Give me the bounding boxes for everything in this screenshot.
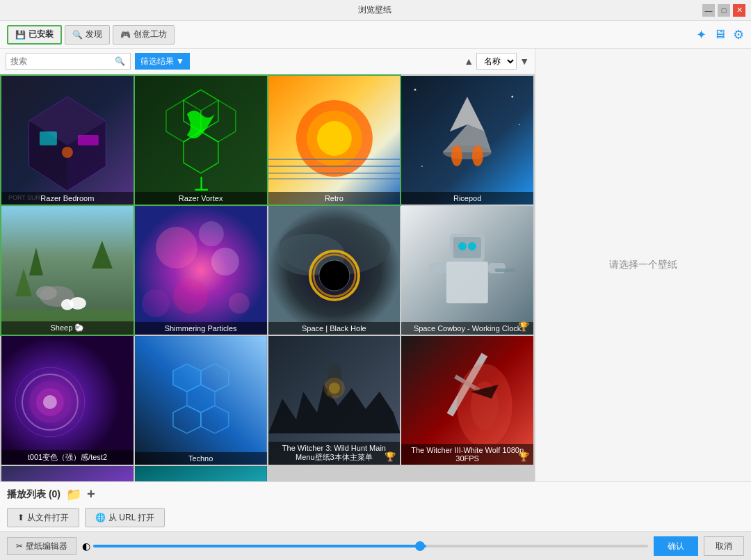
tab-workshop[interactable]: 🎮 创意工坊	[113, 25, 175, 45]
wallpaper-label: Space | Black Hole	[268, 322, 401, 335]
bottom-bar: 播放列表 (0) 📁 + ⬆ 从文件打开 🌐 从 URL 打开	[0, 481, 751, 531]
svg-point-38	[36, 286, 57, 300]
grid-container: PORT SURI Razer Bedroom	[0, 74, 535, 481]
wallpaper-item[interactable]: Sheep 🐑	[1, 206, 134, 335]
wallpaper-label: Space Cowboy - Working Clock	[401, 322, 533, 335]
svg-rect-91	[1, 466, 134, 481]
svg-rect-61	[446, 262, 488, 303]
wallpaper-item[interactable]: PORT SURI Razer Bedroom	[1, 76, 134, 205]
svg-point-59	[458, 242, 467, 250]
add-playlist-button[interactable]: +	[87, 486, 95, 502]
toolbar-right-icons: ✦ 🖥 ⚙	[696, 27, 744, 42]
search-bar: 🔍 筛选结果 ▼ ▲ 名称 日期 类型 ▼	[0, 49, 535, 74]
wallpaper-label: Techno	[135, 452, 267, 465]
svg-rect-64	[495, 269, 516, 272]
svg-rect-58	[453, 237, 481, 258]
wallpaper-item[interactable]: The Witcher III-White Wolf 1080p 30FPS 🏆	[401, 336, 533, 465]
wallpaper-label: Ricepod	[401, 192, 533, 205]
svg-point-69	[43, 395, 57, 409]
workshop-icon: 🎮	[120, 30, 131, 40]
wrench-icon[interactable]: ✦	[696, 27, 706, 42]
sort-select-wrap: ▲ 名称 日期 类型 ▼	[464, 53, 529, 70]
wallpaper-label: Retro	[268, 192, 401, 205]
wallpaper-item[interactable]	[1, 466, 134, 481]
open-url-label: 从 URL 打开	[108, 512, 154, 524]
wallpaper-label: The Witcher 3: Wild Hunt Main Menu壁纸3本体主…	[268, 442, 401, 465]
svg-point-7	[62, 147, 73, 158]
slider-dark-icon: ◐	[82, 541, 90, 552]
svg-point-27	[451, 145, 462, 166]
wallpaper-item[interactable]: Space Cowboy - Working Clock 🏆	[401, 206, 533, 335]
main-window: 浏览壁纸 — □ ✕ 💾 已安装 🔍 发现 🎮 创意工坊 ✦ 🖥 ⚙	[0, 0, 751, 560]
bottom-actions: ⬆ 从文件打开 🌐 从 URL 打开	[7, 508, 744, 527]
slider-thumb[interactable]	[415, 541, 425, 551]
sort-down-arrow[interactable]: ▼	[519, 56, 529, 67]
gear-icon[interactable]: ⚙	[733, 27, 744, 42]
monitor-icon[interactable]: 🖥	[713, 27, 726, 42]
wallpaper-item[interactable]: t001变色（强）感/test2	[1, 336, 134, 465]
wallpaper-label: Razer Bedroom	[1, 192, 134, 205]
wallpaper-grid: PORT SURI Razer Bedroom	[0, 74, 535, 481]
brightness-slider-track[interactable]	[93, 545, 648, 547]
wallpaper-item[interactable]: Techno	[135, 336, 267, 465]
tab-installed[interactable]: 💾 已安装	[7, 25, 62, 45]
left-panel: 🔍 筛选结果 ▼ ▲ 名称 日期 类型 ▼	[0, 49, 535, 481]
svg-point-44	[211, 248, 239, 275]
tab-discover[interactable]: 🔍 发现	[65, 25, 110, 45]
svg-point-82	[327, 364, 341, 378]
sort-up-arrow[interactable]: ▲	[464, 56, 474, 67]
wallpaper-item[interactable]: The Witcher 3: Wild Hunt Main Menu壁纸3本体主…	[268, 336, 401, 465]
maximize-button[interactable]: □	[718, 4, 730, 17]
svg-text:⟂: ⟂	[195, 172, 209, 195]
editor-button[interactable]: ✂ 壁纸编辑器	[7, 537, 76, 555]
main-content: 🔍 筛选结果 ▼ ▲ 名称 日期 类型 ▼	[0, 49, 751, 481]
tab-discover-label: 发现	[86, 29, 102, 40]
upload-icon: ⬆	[17, 513, 24, 522]
title-bar: 浏览壁纸 — □ ✕	[0, 0, 751, 21]
filter-button[interactable]: 筛选结果 ▼	[135, 53, 190, 70]
search-input-wrap[interactable]: 🔍	[6, 53, 131, 70]
globe-icon: 🌐	[95, 513, 106, 522]
svg-point-45	[173, 279, 208, 314]
trophy-icon: 🏆	[518, 321, 529, 332]
open-url-button[interactable]: 🌐 从 URL 打开	[85, 508, 165, 527]
svg-rect-62	[429, 263, 446, 273]
filter-icon: ▼	[176, 56, 184, 66]
playlist-label: 播放列表 (0)	[7, 488, 60, 501]
svg-point-47	[142, 289, 170, 317]
close-button[interactable]: ✕	[733, 4, 745, 17]
cancel-button[interactable]: 取消	[704, 536, 744, 556]
confirm-button[interactable]: 确认	[654, 536, 698, 556]
filter-label: 筛选结果	[140, 56, 174, 67]
open-file-button[interactable]: ⬆ 从文件打开	[7, 508, 79, 527]
wallpaper-label: Sheep 🐑	[1, 321, 134, 335]
sort-dropdown[interactable]: 名称 日期 类型	[476, 53, 517, 70]
wallpaper-item[interactable]: Shimmering Particles	[135, 206, 267, 335]
wallpaper-item[interactable]: Ricepod	[401, 76, 533, 205]
svg-rect-6	[78, 135, 99, 145]
tab-toolbar: 💾 已安装 🔍 发现 🎮 创意工坊 ✦ 🖥 ⚙	[0, 21, 751, 49]
wallpaper-item[interactable]: Retro	[268, 76, 401, 205]
scissors-icon: ✂	[16, 541, 23, 551]
svg-rect-92	[135, 466, 267, 481]
svg-point-84	[328, 383, 339, 394]
svg-point-48	[199, 221, 224, 246]
wallpaper-item[interactable]: Space | Black Hole	[268, 206, 401, 335]
folder-icon[interactable]: 📁	[66, 487, 81, 502]
search-input[interactable]	[10, 56, 115, 66]
installed-icon: 💾	[15, 30, 26, 40]
right-panel-placeholder: 请选择一个壁纸	[609, 259, 677, 271]
wallpaper-item[interactable]: ⟂ Razer Vortex	[135, 76, 267, 205]
svg-point-18	[316, 121, 351, 156]
wallpaper-item[interactable]	[135, 466, 267, 481]
wallpaper-label: t001变色（强）感/test2	[1, 450, 134, 465]
window-controls: — □ ✕	[702, 4, 745, 17]
svg-point-46	[229, 293, 250, 314]
minimize-button[interactable]: —	[702, 4, 715, 17]
brightness-slider-container: ◐	[82, 541, 648, 552]
bottom-toolbar: ✂ 壁纸编辑器 ◐ 确认 取消	[0, 531, 751, 560]
svg-point-40	[61, 299, 74, 310]
slider-fill	[93, 545, 426, 547]
trophy-icon: 🏆	[385, 451, 396, 462]
tab-installed-label: 已安装	[29, 29, 54, 40]
